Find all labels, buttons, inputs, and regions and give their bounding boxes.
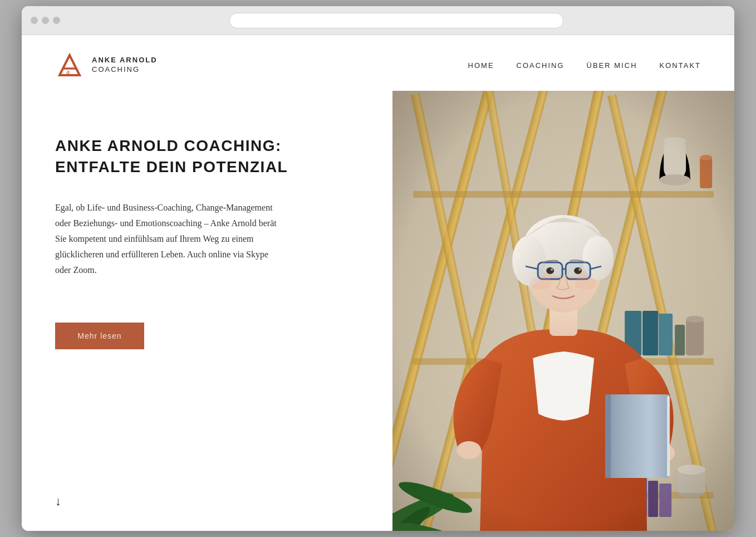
logo-icon: a [55,51,84,80]
svg-rect-62 [392,91,734,531]
logo-name: ANKE ARNOLD [92,56,158,65]
website-content: a ANKE ARNOLD COACHING HOME COACHING ÜBE… [22,35,734,531]
logo-area[interactable]: a ANKE ARNOLD COACHING [55,51,158,80]
address-bar[interactable] [229,13,563,28]
dot-green [53,17,60,24]
nav-kontakt[interactable]: KONTAKT [660,61,701,70]
hero-photo [392,91,734,531]
hero-title-line1: ANKE ARNOLD COACHING: [55,137,282,154]
hero-title: ANKE ARNOLD COACHING: ENTFALTE DEIN POTE… [55,135,359,178]
hero-title-line2: ENTFALTE DEIN POTENZIAL [55,158,288,175]
site-nav: HOME COACHING ÜBER MICH KONTAKT [468,61,701,70]
site-header: a ANKE ARNOLD COACHING HOME COACHING ÜBE… [22,35,734,91]
browser-window: a ANKE ARNOLD COACHING HOME COACHING ÜBE… [22,6,734,531]
logo-text: ANKE ARNOLD COACHING [92,56,158,75]
browser-dots [31,17,60,24]
content-left: ANKE ARNOLD COACHING: ENTFALTE DEIN POTE… [22,91,392,531]
svg-text:a: a [66,69,70,75]
nav-home[interactable]: HOME [468,61,494,70]
logo-subtitle: COACHING [92,65,158,75]
dot-red [31,17,38,24]
hero-image-svg [392,91,734,531]
dot-yellow [42,17,49,24]
nav-coaching[interactable]: COACHING [517,61,564,70]
site-main: ANKE ARNOLD COACHING: ENTFALTE DEIN POTE… [22,91,734,531]
browser-toolbar [22,6,734,35]
scroll-arrow-icon[interactable]: ↓ [55,494,61,509]
hero-photo-area [392,91,734,531]
nav-ueber-mich[interactable]: ÜBER MICH [587,61,637,70]
mehr-lesen-button[interactable]: Mehr lesen [55,323,144,349]
hero-description: Egal, ob Life- und Business-Coaching, Ch… [55,200,278,278]
